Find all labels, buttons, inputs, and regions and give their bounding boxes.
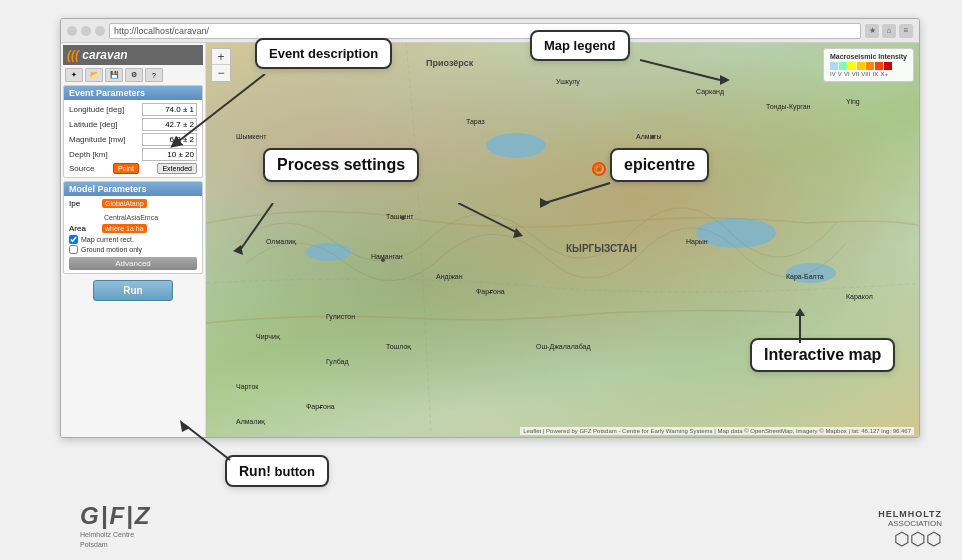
legend-color-x (884, 62, 892, 70)
advanced-label: Advanced (115, 259, 151, 268)
app-logo: ((( caravan (63, 45, 203, 65)
run-label-bold: Run! (239, 463, 271, 479)
map-legend-arrow (640, 50, 760, 100)
run-label: Run (123, 285, 142, 296)
gfz-subtitle: Helmholtz Centre Potsdam (80, 530, 134, 550)
ipe-label: Ipe (69, 199, 99, 208)
logo-text: ((( caravan (67, 48, 128, 62)
gfz-line1: Helmholtz Centre (80, 530, 134, 540)
browser-toolbar: http://localhost/caravan/ ★ ⌂ ≡ (61, 19, 919, 43)
advanced-button[interactable]: Advanced (69, 257, 197, 270)
svg-line-0 (175, 74, 265, 144)
run-button[interactable]: Run (93, 280, 173, 301)
legend-labels: IV V VI VII VIII IX X+ (830, 71, 888, 77)
ground-motion-row: Ground motion only (69, 245, 197, 254)
water-4 (786, 263, 836, 283)
legend-color-viii (866, 62, 874, 70)
model-parameters-title: Model Parameters (69, 184, 147, 194)
browser-icons: ★ ⌂ ≡ (865, 24, 913, 38)
ipe-row: Ipe GlobalAtanp (69, 199, 197, 208)
svg-marker-8 (540, 198, 550, 208)
run-btn-arrow (170, 420, 240, 465)
browser-close-btn[interactable] (67, 26, 77, 36)
map-rect-row: Map current rect. (69, 235, 197, 244)
legend-label-iv: IV (830, 71, 836, 77)
map-area[interactable]: Россия Приозёрск Ушкулу Сарканд Тонды-Ку… (206, 43, 919, 437)
browser-max-btn[interactable] (95, 26, 105, 36)
process-settings-arrow-left (233, 203, 283, 263)
attribution-text: Leaflet | Powered by GFZ Potsdam - Centr… (523, 428, 911, 434)
svg-line-11 (185, 425, 230, 460)
event-parameters-title: Event Parameters (69, 88, 145, 98)
area-label: Area (69, 224, 99, 233)
legend-label-viii: VIII (861, 71, 870, 77)
water-1 (486, 133, 546, 158)
water-2 (306, 243, 351, 261)
legend-color-iv (830, 62, 838, 70)
bottom-area: G|F|Z Helmholtz Centre Potsdam HELMHOLTZ… (60, 502, 962, 550)
legend-color-v (839, 62, 847, 70)
home-icon[interactable]: ⌂ (882, 24, 896, 38)
source-row: Source Point Extended (69, 163, 197, 174)
process-settings-arrow-right (458, 203, 538, 263)
model-parameters-body: Ipe GlobalAtanp CentralAsiaEmca Area whe… (64, 196, 202, 273)
epicenter-marker[interactable] (591, 161, 607, 177)
partner-icon: ⬡⬡⬡ (878, 528, 942, 550)
ipe-primary-badge[interactable]: GlobalAtanp (102, 199, 147, 208)
svg-marker-10 (795, 308, 805, 316)
legend-color-vii (857, 62, 865, 70)
extended-source-btn[interactable]: Extended (157, 163, 197, 174)
legend-label-vii: VII (852, 71, 859, 77)
zoom-in-btn[interactable]: + (212, 49, 230, 65)
gfz-line2: Potsdam (80, 540, 134, 550)
point-source-btn[interactable]: Point (113, 163, 139, 174)
browser-url-bar[interactable]: http://localhost/caravan/ (109, 23, 861, 39)
map-rect-checkbox[interactable] (69, 235, 78, 244)
area-badge[interactable]: where 1a ha (102, 224, 147, 233)
legend-label-vi: VI (844, 71, 850, 77)
area-row: Area where 1a ha (69, 224, 197, 233)
legend-color-ix (875, 62, 883, 70)
svg-line-3 (238, 203, 273, 253)
latitude-label: Latitude [deg] (69, 120, 142, 129)
legend-label-x: X+ (880, 71, 888, 77)
svg-marker-2 (720, 75, 730, 85)
legend-label-ix: IX (873, 71, 879, 77)
zoom-in-label: + (217, 50, 224, 64)
gfz-letters: G|F|Z (80, 502, 151, 530)
svg-line-5 (458, 203, 518, 233)
map-legend: Macroseismic Intensity IV V VI VII VIII (823, 48, 914, 82)
city-dot-almaty (651, 135, 655, 139)
menu-icon[interactable]: ≡ (899, 24, 913, 38)
epicentre-arrow (530, 178, 620, 218)
longitude-label: Longitude [deg] (69, 105, 142, 114)
legend-scale (830, 62, 907, 70)
star-icon[interactable]: ★ (865, 24, 879, 38)
browser-min-btn[interactable] (81, 26, 91, 36)
open-btn[interactable]: 📂 (85, 68, 103, 82)
ground-motion-label: Ground motion only (81, 246, 142, 253)
city-dot-tashkent (401, 216, 405, 220)
new-btn[interactable]: ✦ (65, 68, 83, 82)
settings-btn[interactable]: ⚙ (125, 68, 143, 82)
gfz-logo: G|F|Z Helmholtz Centre Potsdam (80, 502, 151, 550)
url-text: http://localhost/caravan/ (114, 26, 209, 36)
city-dot-namangan (381, 258, 385, 262)
map-attribution: Leaflet | Powered by GFZ Potsdam - Centr… (520, 427, 914, 435)
svg-line-1 (640, 60, 720, 80)
map-terrain (206, 43, 919, 437)
helmholtz-text: HELMHOLTZ (878, 509, 942, 519)
svg-marker-6 (513, 228, 523, 238)
model-parameters-header: Model Parameters (64, 182, 202, 196)
event-desc-arrow (155, 74, 275, 154)
association-text: ASSOCIATION (878, 519, 942, 528)
run-button-box: Run! button (225, 455, 329, 487)
save-btn[interactable]: 💾 (105, 68, 123, 82)
interactive-map-arrow (770, 308, 830, 348)
ground-motion-checkbox[interactable] (69, 245, 78, 254)
map-rect-label: Map current rect. (81, 236, 134, 243)
water-3 (696, 218, 776, 248)
run-label-rest: button (275, 464, 315, 479)
svg-line-7 (545, 183, 610, 203)
depth-label: Depth [km] (69, 150, 142, 159)
